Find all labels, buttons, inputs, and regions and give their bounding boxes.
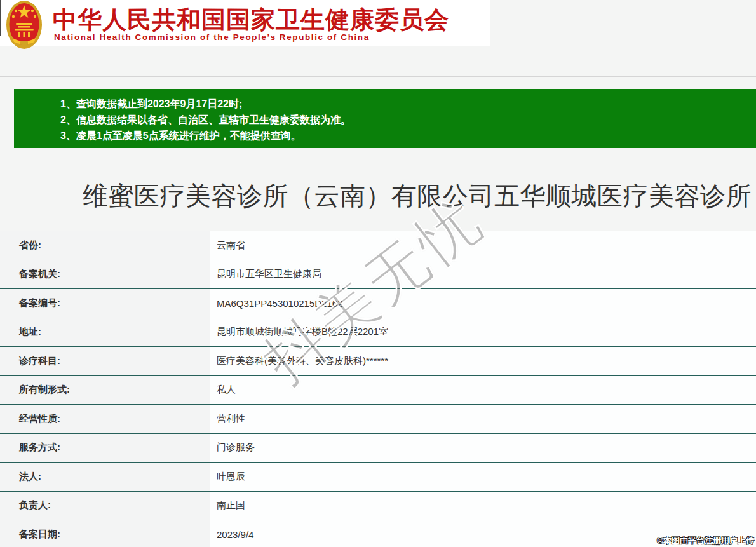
- row-label: 地址:: [0, 318, 210, 347]
- row-label: 备案机关:: [0, 260, 210, 289]
- table-row: 服务方式:门诊服务: [0, 434, 756, 463]
- table-row: 法人:叶恩辰: [0, 463, 756, 492]
- table-row: 经营性质:营利性: [0, 405, 756, 434]
- notice-box: 1、查询数据截止到2023年9月17日22时;2、信息数据结果以各省、自治区、直…: [14, 89, 756, 148]
- row-value: 私人: [210, 376, 756, 405]
- notice-line: 1、查询数据截止到2023年9月17日22时;: [60, 96, 750, 112]
- table-row: 所有制形式:私人: [0, 376, 756, 405]
- table-row: 备案编号:MA6Q31PP453010215D2162: [0, 289, 756, 318]
- row-value: 叶恩辰: [210, 463, 756, 491]
- table-row: 负责人:南正国: [0, 492, 756, 521]
- upload-stamp: ©本图由平台注册用户上传: [657, 535, 754, 546]
- row-value: 昆明市顺城街顺城写字楼B幢22层2201室: [210, 318, 756, 347]
- header-title-en: National Health Commission of the People…: [54, 32, 370, 42]
- row-value: 南正国: [210, 492, 756, 520]
- row-value: 昆明市五华区卫生健康局: [210, 260, 756, 289]
- header-divider: [0, 76, 756, 77]
- page: 中华人民共和国国家卫生健康委员会 National Health Commiss…: [0, 0, 756, 547]
- national-emblem-icon: [5, 0, 43, 50]
- row-label: 备案日期:: [0, 520, 210, 547]
- row-label: 服务方式:: [0, 434, 210, 463]
- record-table: 省份:云南省备案机关:昆明市五华区卫生健康局备案编号:MA6Q31PP45301…: [0, 231, 756, 547]
- table-row: 省份:云南省: [0, 231, 756, 260]
- table-row: 备案机关:昆明市五华区卫生健康局: [0, 260, 756, 290]
- table-row: 地址:昆明市顺城街顺城写字楼B幢22层2201室: [0, 318, 756, 348]
- row-label: 诊疗科目:: [0, 347, 210, 375]
- row-label: 法人:: [0, 463, 210, 491]
- record-title: 维蜜医疗美容诊所（云南）有限公司五华顺城医疗美容诊所: [83, 179, 756, 213]
- table-row: 诊疗科目:医疗美容科(美容外科、美容皮肤科)******: [0, 347, 756, 376]
- table-row: 备案日期:2023/9/4: [0, 520, 756, 547]
- row-value: 云南省: [210, 231, 756, 260]
- row-label: 经营性质:: [0, 405, 210, 433]
- header-title-cn: 中华人民共和国国家卫生健康委员会: [53, 4, 449, 36]
- window-edge: [0, 0, 1, 36]
- header: 中华人民共和国国家卫生健康委员会 National Health Commiss…: [0, 0, 490, 46]
- row-value: 营利性: [210, 405, 756, 433]
- row-value: 医疗美容科(美容外科、美容皮肤科)******: [210, 347, 756, 375]
- row-label: 所有制形式:: [0, 376, 210, 405]
- notice-line: 3、凌晨1点至凌晨5点系统进行维护，不能提供查询。: [60, 128, 750, 144]
- row-label: 省份:: [0, 231, 210, 260]
- row-label: 负责人:: [0, 492, 210, 520]
- row-label: 备案编号:: [0, 289, 210, 318]
- row-value: 门诊服务: [210, 434, 756, 463]
- notice-line: 2、信息数据结果以各省、自治区、直辖市卫生健康委数据为准。: [60, 112, 750, 128]
- row-value: MA6Q31PP453010215D2162: [210, 289, 756, 318]
